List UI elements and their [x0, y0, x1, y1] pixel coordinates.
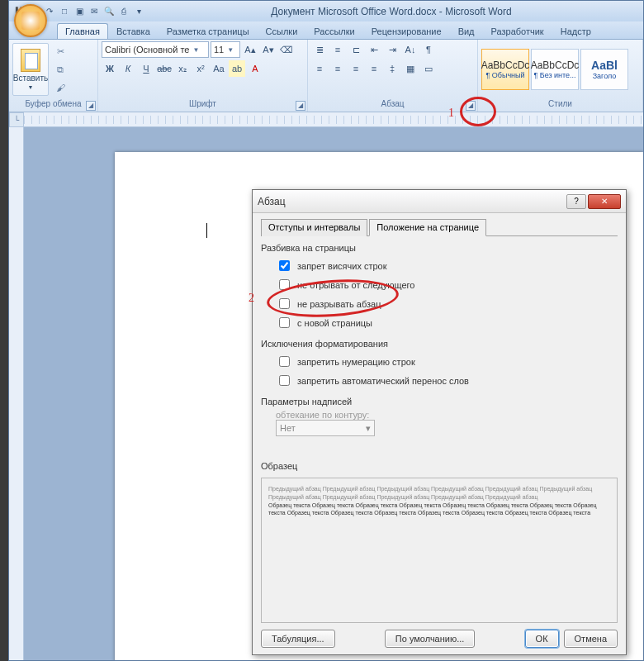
styles-label: Стили	[548, 99, 572, 108]
font-family-combo[interactable]: Calibri (Основной те▼	[102, 41, 209, 58]
chevron-down-icon: ▼	[28, 84, 34, 90]
tab-layout[interactable]: Разметка страницы	[159, 23, 258, 39]
bullets-button[interactable]: ≣	[311, 41, 328, 58]
titlebar: 💾 ↶ ↷ □ ▣ ✉ 🔍 ⎙ ▾ Документ Microsoft Off…	[9, 1, 643, 21]
checkbox-suppress-hyphen[interactable]: запретить автоматический перенос слов	[261, 371, 618, 390]
group-clipboard: Вставить ▼ ✂ ⧉ 🖌 Буфер обмена◢	[9, 40, 98, 112]
qat-open-icon[interactable]: ▣	[73, 6, 85, 17]
format-painter-button[interactable]: 🖌	[52, 79, 69, 96]
borders-button[interactable]: ▭	[420, 60, 437, 77]
clipboard-label: Буфер обмена	[26, 99, 82, 108]
checkbox-widow[interactable]: запрет висячих строк	[261, 256, 618, 275]
sample-preview: Предыдущий абзац Предыдущий абзац Предыд…	[261, 478, 618, 623]
align-right-button[interactable]: ≡	[348, 60, 364, 77]
font-color-button[interactable]: A	[247, 60, 263, 77]
sort-button[interactable]: A↓	[402, 41, 419, 58]
align-center-button[interactable]: ≡	[329, 60, 346, 77]
highlight-button[interactable]: ab	[229, 60, 245, 77]
font-label: Шрифт	[189, 99, 216, 108]
paste-label: Вставить	[13, 74, 48, 83]
tab-addins[interactable]: Надстр	[552, 23, 599, 39]
cut-button[interactable]: ✂	[52, 43, 69, 59]
wrap-dropdown: Нет▾	[276, 420, 375, 436]
ribbon: Вставить ▼ ✂ ⧉ 🖌 Буфер обмена◢ Calibri (…	[9, 40, 643, 112]
qat-preview-icon[interactable]: 🔍	[103, 6, 115, 17]
group-paragraph: ≣ ≡ ⊏ ⇤ ⇥ A↓ ¶ ≡ ≡ ≡ ≡ ‡ ▦ ▭ А	[308, 40, 478, 112]
tab-mailings[interactable]: Рассылки	[305, 23, 362, 39]
dialog-titlebar[interactable]: Абзац ? ✕	[253, 190, 626, 213]
pagination-title: Разбивка на страницы	[261, 243, 618, 253]
tab-developer[interactable]: Разработчик	[483, 23, 552, 39]
office-button[interactable]	[14, 4, 47, 37]
show-marks-button[interactable]: ¶	[420, 41, 437, 58]
dialog-tab-position[interactable]: Положение на странице	[369, 219, 486, 236]
text-cursor	[206, 223, 207, 238]
strike-button[interactable]: abc	[156, 60, 173, 77]
textbox-title: Параметры надписей	[261, 397, 618, 407]
annotation-1: 1	[448, 107, 454, 120]
vertical-ruler[interactable]	[9, 127, 24, 660]
indent-inc-button[interactable]: ⇥	[384, 41, 400, 58]
shading-button[interactable]: ▦	[402, 60, 419, 77]
clear-format-button[interactable]: ⌫	[278, 41, 295, 58]
exceptions-title: Исключения форматирования	[261, 339, 618, 349]
tab-home[interactable]: Главная	[57, 23, 108, 39]
numbering-button[interactable]: ≡	[329, 41, 346, 58]
italic-button[interactable]: К	[120, 60, 136, 77]
chevron-down-icon: ▼	[192, 46, 199, 54]
change-case-button[interactable]: Aa	[211, 60, 227, 77]
paragraph-label: Абзац	[381, 99, 404, 108]
help-button[interactable]: ?	[566, 194, 586, 209]
tab-review[interactable]: Рецензирование	[363, 23, 450, 39]
horizontal-ruler[interactable]	[24, 112, 643, 127]
group-styles: AaBbCcDc¶ Обычный AaBbCcDc¶ Без инте... …	[478, 40, 643, 112]
underline-button[interactable]: Ч	[138, 60, 154, 77]
grow-font-button[interactable]: A▴	[242, 41, 258, 58]
style-normal[interactable]: AaBbCcDc¶ Обычный	[481, 49, 529, 90]
annotation-circle-1	[460, 97, 496, 126]
qat-new-icon[interactable]: □	[59, 6, 70, 17]
superscript-button[interactable]: x²	[192, 60, 209, 77]
annotation-2: 2	[249, 292, 254, 305]
window-title: Документ Microsoft Office Word.docx - Mi…	[144, 6, 638, 17]
qat-mail-icon[interactable]: ✉	[88, 6, 100, 17]
chevron-down-icon: ▾	[366, 423, 371, 434]
font-size-combo[interactable]: 11▼	[211, 41, 240, 58]
indent-dec-button[interactable]: ⇤	[366, 41, 382, 58]
subscript-button[interactable]: x₂	[174, 60, 191, 77]
sample-title: Образец	[261, 461, 618, 471]
dialog-tab-indents[interactable]: Отступы и интервалы	[261, 219, 367, 236]
dialog-title: Абзац	[258, 196, 565, 207]
close-button[interactable]: ✕	[588, 194, 621, 209]
ribbon-tabs: Главная Вставка Разметка страницы Ссылки…	[9, 21, 643, 40]
tab-view[interactable]: Вид	[450, 23, 483, 39]
qat-print-icon[interactable]: ⎙	[118, 6, 130, 17]
copy-button[interactable]: ⧉	[52, 61, 69, 78]
shrink-font-button[interactable]: A▾	[260, 41, 277, 58]
ok-button[interactable]: ОК	[525, 630, 559, 648]
font-launcher[interactable]: ◢	[296, 101, 305, 111]
style-heading[interactable]: AaBlЗаголо	[580, 49, 628, 90]
justify-button[interactable]: ≡	[366, 60, 382, 77]
cancel-button[interactable]: Отмена	[564, 630, 618, 648]
multilevel-button[interactable]: ⊏	[348, 41, 364, 58]
group-font: Calibri (Основной те▼ 11▼ A▴ A▾ ⌫ Ж К Ч …	[98, 40, 308, 112]
qat-dropdown-icon[interactable]: ▾	[133, 6, 144, 17]
paste-icon	[21, 49, 40, 72]
app-window: 💾 ↶ ↷ □ ▣ ✉ 🔍 ⎙ ▾ Документ Microsoft Off…	[8, 0, 644, 661]
paragraph-dialog: Абзац ? ✕ Отступы и интервалы Положение …	[252, 189, 627, 655]
line-spacing-button[interactable]: ‡	[384, 60, 400, 77]
tab-references[interactable]: Ссылки	[258, 23, 306, 39]
checkbox-suppress-lines[interactable]: запретить нумерацию строк	[261, 352, 618, 371]
paste-button[interactable]: Вставить ▼	[12, 43, 49, 96]
default-button[interactable]: По умолчанию...	[385, 630, 476, 648]
style-nospacing[interactable]: AaBbCcDc¶ Без инте...	[531, 49, 579, 90]
clipboard-launcher[interactable]: ◢	[86, 101, 96, 111]
chevron-down-icon: ▼	[227, 46, 234, 54]
tab-insert[interactable]: Вставка	[108, 23, 159, 39]
ruler-tab-selector[interactable]: └	[9, 112, 24, 127]
bold-button[interactable]: Ж	[102, 60, 118, 77]
align-left-button[interactable]: ≡	[311, 60, 328, 77]
wrap-label: обтекание по контуру:	[261, 410, 618, 420]
tabs-button[interactable]: Табуляция...	[261, 630, 335, 648]
